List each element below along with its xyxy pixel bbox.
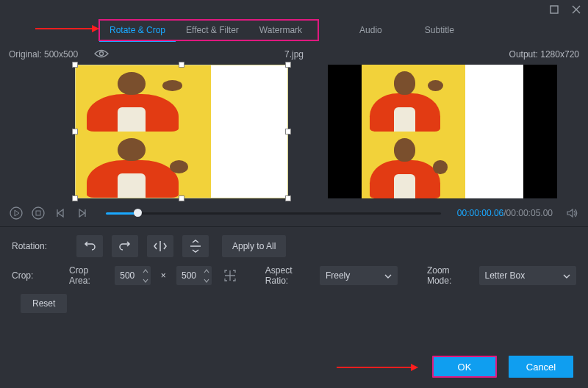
source-preview[interactable]: [75, 65, 288, 198]
tab-audio[interactable]: Audio: [349, 19, 392, 41]
reset-row: Reset: [12, 290, 576, 317]
crop-handle-bot-right[interactable]: [285, 195, 291, 201]
stop-button[interactable]: [31, 206, 46, 220]
tab-effect-filter[interactable]: Effect & Filter: [176, 19, 249, 41]
svg-point-2: [10, 207, 22, 219]
crop-free-icon[interactable]: [220, 265, 238, 286]
rotation-label: Rotation:: [12, 241, 68, 251]
zoom-mode-select[interactable]: Letter Box: [479, 266, 576, 285]
chevron-down-icon: [563, 270, 570, 281]
annotation-arrow-bottom: [337, 367, 417, 368]
rotation-row: Rotation: Apply to All: [12, 233, 576, 259]
annotation-arrow-top: [35, 28, 98, 29]
preview-area: [0, 63, 588, 198]
aspect-ratio-select[interactable]: Freely: [320, 266, 398, 285]
close-button[interactable]: [569, 2, 584, 17]
output-preview: [328, 65, 557, 198]
preview-header: Original: 500x500 7.jpg Output: 1280x720: [0, 46, 588, 63]
filename-label: 7.jpg: [0, 49, 588, 60]
crop-handle-mid-right[interactable]: [285, 129, 291, 134]
aspect-ratio-label: Aspect Ratio:: [265, 265, 311, 286]
next-frame-button[interactable]: [75, 206, 90, 220]
chevron-down-icon: [384, 270, 392, 281]
crop-height-down[interactable]: [201, 276, 212, 285]
svg-rect-4: [36, 211, 40, 215]
crop-handle-top-right[interactable]: [285, 62, 291, 68]
crop-handle-mid-left[interactable]: [72, 129, 78, 134]
prev-frame-button[interactable]: [53, 206, 68, 220]
reset-button[interactable]: Reset: [21, 294, 67, 313]
section-divider: [0, 226, 588, 227]
window-titlebar: [0, 0, 588, 19]
aspect-ratio-value: Freely: [326, 270, 350, 281]
crop-height-up[interactable]: [201, 266, 212, 276]
time-total: 00:00:05.00: [506, 208, 553, 218]
crop-width-value: 500: [115, 270, 140, 281]
crop-handle-top-left[interactable]: [72, 62, 78, 68]
rotate-cw-button[interactable]: [112, 235, 138, 257]
rotate-ccw-button[interactable]: [76, 235, 103, 257]
cancel-button[interactable]: Cancel: [509, 356, 573, 378]
tab-rotate-crop[interactable]: Rotate & Crop: [99, 19, 176, 41]
crop-area-label: Crop Area:: [69, 265, 106, 286]
editor-tabs: Rotate & Crop Effect & Filter Watermark …: [0, 19, 588, 41]
seek-slider[interactable]: [106, 206, 441, 220]
dialog-footer: OK Cancel: [432, 356, 573, 378]
crop-handle-bot-mid[interactable]: [179, 195, 184, 201]
crop-height-value: 500: [176, 270, 202, 281]
svg-rect-0: [551, 6, 558, 13]
volume-icon[interactable]: [564, 206, 579, 220]
crop-width-down[interactable]: [140, 276, 151, 285]
crop-handle-top-mid[interactable]: [179, 62, 184, 68]
crop-width-up[interactable]: [140, 266, 151, 276]
dimension-times: ×: [159, 270, 168, 281]
tab-watermark[interactable]: Watermark: [249, 19, 312, 41]
zoom-mode-label: Zoom Mode:: [427, 265, 470, 286]
crop-height-input[interactable]: 500: [176, 266, 212, 285]
time-current: 00:00:00.06: [457, 208, 503, 218]
play-button[interactable]: [9, 206, 24, 220]
apply-to-all-button[interactable]: Apply to All: [222, 235, 286, 257]
crop-handle-bot-left[interactable]: [72, 195, 78, 201]
ok-button[interactable]: OK: [432, 356, 497, 378]
maximize-button[interactable]: [547, 2, 562, 17]
tab-subtitle[interactable]: Subtitle: [415, 19, 465, 41]
timecode: 00:00:00.06/00:00:05.00: [457, 208, 553, 218]
svg-point-3: [32, 207, 44, 219]
flip-vertical-button[interactable]: [182, 235, 209, 257]
flip-horizontal-button[interactable]: [147, 235, 173, 257]
crop-label: Crop:: [12, 270, 60, 281]
crop-row: Crop: Crop Area: 500 × 500 Aspect Ratio:…: [12, 262, 576, 289]
crop-width-input[interactable]: 500: [115, 266, 151, 285]
transport-bar: 00:00:00.06/00:00:05.00: [0, 201, 588, 225]
controls-panel: Rotation: Apply to All Crop: Crop Area: …: [0, 233, 588, 317]
zoom-mode-value: Letter Box: [485, 270, 526, 281]
